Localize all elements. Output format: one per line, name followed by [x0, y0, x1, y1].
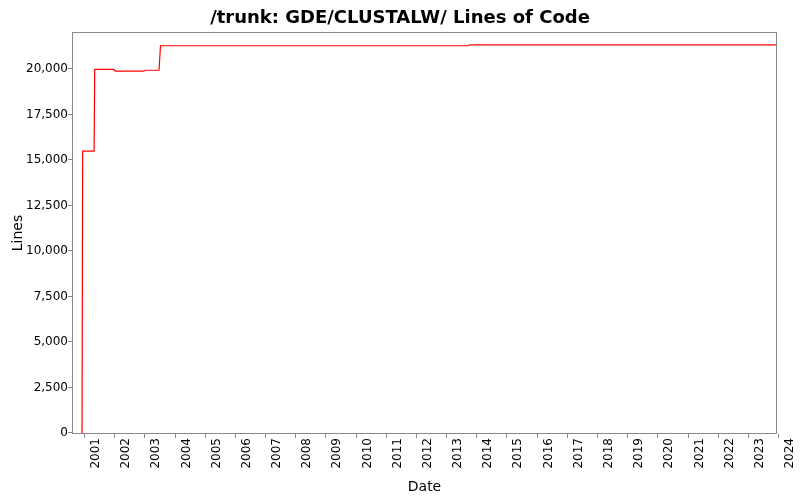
x-tick: 2023	[752, 438, 766, 469]
x-tick-mark	[657, 434, 658, 438]
x-tick: 2007	[269, 438, 283, 469]
x-tick: 2022	[722, 438, 736, 469]
x-tick: 2005	[209, 438, 223, 469]
x-tick: 2014	[480, 438, 494, 469]
x-tick: 2015	[510, 438, 524, 469]
x-tick-mark	[748, 434, 749, 438]
x-tick-mark	[446, 434, 447, 438]
x-tick-mark	[175, 434, 176, 438]
x-tick: 2013	[450, 438, 464, 469]
x-tick-mark	[567, 434, 568, 438]
line-series	[82, 45, 776, 433]
plot-svg	[73, 33, 776, 433]
y-tick: 15,000	[0, 152, 68, 166]
x-tick: 2021	[692, 438, 706, 469]
y-tick: 5,000	[0, 334, 68, 348]
x-tick-mark	[205, 434, 206, 438]
y-tick: 7,500	[0, 289, 68, 303]
x-tick-mark	[325, 434, 326, 438]
x-tick-mark	[356, 434, 357, 438]
x-tick-mark	[144, 434, 145, 438]
x-tick: 2019	[631, 438, 645, 469]
plot-area	[72, 32, 777, 434]
x-tick: 2002	[118, 438, 132, 469]
x-tick: 2011	[390, 438, 404, 469]
x-tick-mark	[476, 434, 477, 438]
x-tick: 2006	[239, 438, 253, 469]
x-tick-mark	[506, 434, 507, 438]
x-tick: 2016	[541, 438, 555, 469]
x-tick-mark	[627, 434, 628, 438]
y-tick: 0	[0, 425, 68, 439]
y-tick: 2,500	[0, 380, 68, 394]
x-tick-mark	[114, 434, 115, 438]
chart-title: /trunk: GDE/CLUSTALW/ Lines of Code	[0, 6, 800, 27]
x-tick-mark	[597, 434, 598, 438]
x-tick-mark	[718, 434, 719, 438]
x-tick: 2003	[148, 438, 162, 469]
x-tick: 2012	[420, 438, 434, 469]
x-tick: 2001	[88, 438, 102, 469]
x-tick-mark	[84, 434, 85, 438]
x-tick: 2024	[782, 438, 796, 469]
y-tick: 12,500	[0, 198, 68, 212]
y-tick: 20,000	[0, 61, 68, 75]
x-tick-mark	[295, 434, 296, 438]
x-tick-mark	[416, 434, 417, 438]
x-tick-mark	[537, 434, 538, 438]
x-tick-mark	[778, 434, 779, 438]
chart-container: /trunk: GDE/CLUSTALW/ Lines of Code Line…	[0, 0, 800, 500]
x-tick: 2009	[329, 438, 343, 469]
y-axis-ticks: 02,5005,0007,50010,00012,50015,00017,500…	[0, 32, 68, 434]
x-tick: 2010	[360, 438, 374, 469]
x-tick-mark	[688, 434, 689, 438]
x-tick: 2020	[661, 438, 675, 469]
x-tick-mark	[235, 434, 236, 438]
x-tick: 2018	[601, 438, 615, 469]
x-tick-mark	[386, 434, 387, 438]
x-tick-mark	[265, 434, 266, 438]
x-tick: 2004	[179, 438, 193, 469]
x-tick: 2017	[571, 438, 585, 469]
y-tick: 17,500	[0, 107, 68, 121]
x-axis-label: Date	[72, 478, 777, 494]
y-tick: 10,000	[0, 243, 68, 257]
x-tick: 2008	[299, 438, 313, 469]
